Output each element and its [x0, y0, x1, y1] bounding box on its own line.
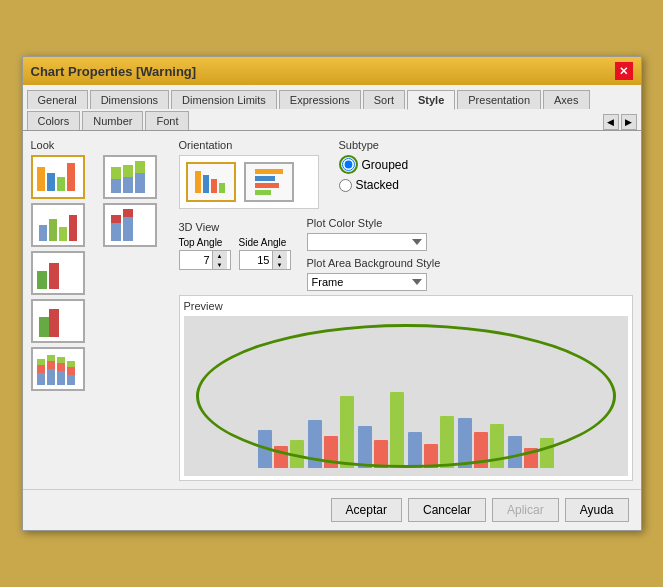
middle-row: 3D View Top Angle ▲ ▼: [179, 217, 633, 291]
tab-expressions[interactable]: Expressions: [279, 90, 361, 109]
grouped-radio-row: Grouped: [339, 155, 409, 174]
grouped-radio[interactable]: [342, 158, 355, 171]
plot-section: Plot Color Style Plot Area Background St…: [307, 217, 441, 291]
svg-rect-39: [255, 176, 275, 181]
svg-rect-34: [195, 171, 201, 193]
bar: [390, 392, 404, 468]
preview-label: Preview: [184, 300, 628, 312]
orientation-section: Orientation: [179, 139, 319, 209]
svg-rect-12: [59, 227, 67, 241]
plot-color-select[interactable]: [307, 233, 427, 251]
right-panel: Orientation: [179, 139, 633, 481]
look-item-6[interactable]: [31, 299, 85, 343]
tab-font[interactable]: Font: [145, 111, 189, 130]
svg-rect-38: [255, 169, 283, 174]
tab-sort[interactable]: Sort: [363, 90, 405, 109]
svg-rect-18: [37, 271, 47, 289]
bar-group-3: [358, 392, 404, 468]
bar: [440, 416, 454, 468]
tab-nav-left[interactable]: ◀: [603, 114, 619, 130]
look-item-3[interactable]: [31, 203, 85, 247]
svg-rect-29: [57, 363, 65, 371]
look-item-2[interactable]: [103, 155, 157, 199]
orientation-box: [179, 155, 319, 209]
top-angle-label: Top Angle: [179, 237, 231, 248]
aplicar-button[interactable]: Aplicar: [492, 498, 559, 522]
orient-vertical[interactable]: [186, 162, 236, 202]
svg-rect-22: [37, 373, 45, 385]
bar: [308, 420, 322, 468]
aceptar-button[interactable]: Aceptar: [331, 498, 402, 522]
bar: [524, 448, 538, 468]
top-angle-up[interactable]: ▲: [213, 251, 227, 260]
svg-rect-17: [123, 209, 133, 217]
top-angle-input[interactable]: [180, 252, 212, 268]
bar: [324, 436, 338, 468]
plot-bg-select[interactable]: Frame None Shadow: [307, 273, 427, 291]
svg-rect-19: [49, 263, 59, 289]
svg-rect-25: [47, 369, 55, 385]
bar-group-6: [508, 436, 554, 468]
top-angle-field: Top Angle ▲ ▼: [179, 237, 231, 270]
bar: [540, 438, 554, 468]
tab-bar: General Dimensions Dimension Limits Expr…: [23, 85, 641, 131]
svg-rect-3: [67, 163, 75, 191]
svg-rect-5: [111, 167, 121, 179]
bar-group-1: [258, 430, 304, 468]
svg-rect-14: [111, 223, 121, 241]
svg-rect-8: [135, 173, 145, 193]
subtype-label: Subtype: [339, 139, 409, 151]
grouped-radio-highlight: [339, 155, 358, 174]
svg-rect-30: [57, 357, 65, 363]
tab-presentation[interactable]: Presentation: [457, 90, 541, 109]
svg-rect-13: [69, 215, 77, 241]
top-angle-spin-btns: ▲ ▼: [212, 251, 227, 269]
side-angle-up[interactable]: ▲: [273, 251, 287, 260]
svg-rect-16: [123, 217, 133, 241]
tab-colors[interactable]: Colors: [27, 111, 81, 130]
svg-rect-24: [37, 359, 45, 365]
look-item-5[interactable]: [31, 251, 85, 295]
tab-nav-right[interactable]: ▶: [621, 114, 637, 130]
bar: [340, 396, 354, 468]
bar: [490, 424, 504, 468]
look-item-1[interactable]: [31, 155, 85, 199]
svg-rect-41: [255, 190, 271, 195]
tab-axes[interactable]: Axes: [543, 90, 589, 109]
tab-dimensions[interactable]: Dimensions: [90, 90, 169, 109]
look-panel: Look: [31, 139, 171, 481]
tab-general[interactable]: General: [27, 90, 88, 109]
svg-rect-23: [37, 365, 45, 373]
look-grid: [31, 155, 171, 391]
tab-dimension-limits[interactable]: Dimension Limits: [171, 90, 277, 109]
top-row: Orientation: [179, 139, 633, 217]
svg-rect-28: [57, 371, 65, 385]
svg-rect-21: [49, 309, 59, 337]
threed-section: 3D View Top Angle ▲ ▼: [179, 221, 291, 291]
title-bar: Chart Properties [Warning] ✕: [23, 57, 641, 85]
ayuda-button[interactable]: Ayuda: [565, 498, 629, 522]
look-item-7[interactable]: [31, 347, 85, 391]
svg-rect-36: [211, 179, 217, 193]
top-angle-down[interactable]: ▼: [213, 260, 227, 269]
bar: [258, 430, 272, 468]
tab-number[interactable]: Number: [82, 111, 143, 130]
main-content: Look: [23, 131, 641, 489]
tab-navigation: ◀ ▶: [603, 114, 637, 130]
angle-row: Top Angle ▲ ▼ Side Angle: [179, 237, 291, 270]
look-item-4[interactable]: [103, 203, 157, 247]
side-angle-down[interactable]: ▼: [273, 260, 287, 269]
stacked-radio[interactable]: [339, 179, 352, 192]
look-label: Look: [31, 139, 171, 151]
side-angle-input[interactable]: [240, 252, 272, 268]
main-window: Chart Properties [Warning] ✕ General Dim…: [22, 56, 642, 531]
orient-horizontal[interactable]: [244, 162, 294, 202]
cancelar-button[interactable]: Cancelar: [408, 498, 486, 522]
tab-style[interactable]: Style: [407, 90, 455, 110]
svg-rect-27: [47, 355, 55, 361]
stacked-radio-row: Stacked: [339, 178, 409, 192]
svg-rect-40: [255, 183, 279, 188]
window-title: Chart Properties [Warning]: [31, 64, 197, 79]
bar: [424, 444, 438, 468]
close-button[interactable]: ✕: [615, 62, 633, 80]
